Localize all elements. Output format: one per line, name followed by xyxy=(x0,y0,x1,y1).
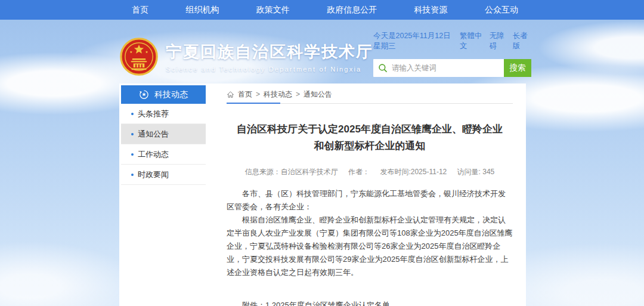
home-icon xyxy=(227,91,234,98)
article-body: 各市、县（区）科技管理部门，宁东能源化工基地管委会，银川经济技术开发区管委会，各… xyxy=(227,187,513,279)
nav-item-policy-documents[interactable]: 政策文件 xyxy=(253,5,293,16)
top-navigation-items: 首页 组织机构 政策文件 政府信息公开 科技资源 公众互动 xyxy=(128,5,522,16)
nav-item-public-interaction[interactable]: 公众互动 xyxy=(481,5,522,16)
attachment-link-1[interactable]: 1.2025年度自治区雏鹰企业认定名单 xyxy=(265,299,413,306)
link-senior-version[interactable]: 长者版 xyxy=(513,31,531,51)
search-box xyxy=(373,59,504,77)
meta-source: 信息来源：自治区科学技术厅 xyxy=(245,168,338,176)
sidebar-item-label: 时政要闻 xyxy=(138,169,169,180)
today-date-text: 今天是2025年11月12日 星期三 xyxy=(373,31,460,51)
search-bar: 搜索 xyxy=(373,59,531,77)
webpage-root: { "nav": { "items": ["首页", "组织机构", "政策文件… xyxy=(0,0,644,306)
search-button[interactable]: 搜索 xyxy=(504,59,531,77)
article-title-line2: 和创新型标杆企业的通知 xyxy=(227,138,513,154)
sidebar-title: 科技动态 xyxy=(154,89,188,100)
sidebar-item-label: 通知公告 xyxy=(138,129,169,140)
sidebar-item-work-updates[interactable]: 工作动态 xyxy=(121,144,206,165)
article-title-line1: 自治区科技厅关于认定2025年度自治区雏鹰企业、瞪羚企业 xyxy=(227,121,513,138)
sidebar-item-label: 头条推荐 xyxy=(138,109,169,119)
attachments-list: 1.2025年度自治区雏鹰企业认定名单 2.2025年度自治区瞪羚企业认定名单 … xyxy=(265,299,413,306)
meta-author: 作者： xyxy=(348,168,370,176)
quick-links: 繁體中文 无障碍 长者版 xyxy=(460,31,531,51)
sidebar-header: 科技动态 xyxy=(121,85,206,104)
top-navigation: 首页 组织机构 政策文件 政府信息公开 科技资源 公众互动 xyxy=(0,0,644,20)
breadcrumb-separator: > xyxy=(296,90,300,98)
breadcrumb-notices[interactable]: 通知公告 xyxy=(304,89,332,100)
article-meta: 信息来源：自治区科学技术厅 作者： 发布时间:2025-11-12 访问量: 3… xyxy=(227,167,513,177)
breadcrumb: 首页 > 科技动态 > 通知公告 xyxy=(227,85,513,104)
news-icon xyxy=(139,89,149,100)
article-title: 自治区科技厅关于认定2025年度自治区雏鹰企业、瞪羚企业 和创新型标杆企业的通知 xyxy=(227,121,513,154)
sidebar-item-current-affairs[interactable]: 时政要闻 xyxy=(121,165,206,185)
attachments-label: 附件： xyxy=(242,299,265,306)
article-paragraph: 根据自治区雏鹰企业、瞪羚企业和创新型标杆企业认定管理有关规定，决定认定半亩良人农… xyxy=(227,214,513,279)
meta-visit-count: 访问量: 345 xyxy=(457,168,495,176)
attachments-section: 附件： 1.2025年度自治区雏鹰企业认定名单 2.2025年度自治区瞪羚企业认… xyxy=(242,299,513,306)
breadcrumb-home[interactable]: 首页 xyxy=(238,89,252,100)
national-emblem-icon xyxy=(119,37,159,76)
sidebar-item-headlines[interactable]: 头条推荐 xyxy=(121,104,206,124)
nav-item-organization[interactable]: 组织机构 xyxy=(182,5,222,16)
sidebar: 科技动态 头条推荐 通知公告 工作动态 时政要闻 xyxy=(121,85,206,306)
site-logo-link[interactable]: 宁夏回族自治区科学技术厅 Science and Technology Depa… xyxy=(119,32,373,81)
site-subtitle: Science and Technology Department of Nin… xyxy=(166,66,373,73)
article-paragraph: 各市、县（区）科技管理部门，宁东能源化工基地管委会，银川经济技术开发区管委会，各… xyxy=(227,187,513,214)
article-panel: 首页 > 科技动态 > 通知公告 自治区科技厅关于认定2025年度自治区雏鹰企业… xyxy=(213,85,526,306)
site-brand-text: 宁夏回族自治区科学技术厅 Science and Technology Depa… xyxy=(166,41,373,73)
site-title: 宁夏回族自治区科学技术厅 xyxy=(166,41,373,63)
search-icon xyxy=(378,63,388,73)
breadcrumb-separator: > xyxy=(256,90,260,98)
content-wrapper: 科技动态 头条推荐 通知公告 工作动态 时政要闻 首页 > 科技动态 > xyxy=(119,84,526,306)
bullet-dot xyxy=(131,174,134,176)
meta-publish-date: 发布时间:2025-11-12 xyxy=(380,168,447,176)
sidebar-item-label: 工作动态 xyxy=(138,149,169,160)
search-input[interactable] xyxy=(392,64,504,72)
link-accessibility[interactable]: 无障碍 xyxy=(490,31,508,51)
nav-item-home[interactable]: 首页 xyxy=(128,5,152,16)
link-traditional-chinese[interactable]: 繁體中文 xyxy=(460,31,485,51)
nav-item-sci-tech-resources[interactable]: 科技资源 xyxy=(411,5,451,16)
sidebar-item-notices[interactable]: 通知公告 xyxy=(121,124,206,144)
bullet-dot xyxy=(131,133,134,135)
bullet-dot xyxy=(131,113,134,115)
nav-item-gov-info-disclosure[interactable]: 政府信息公开 xyxy=(323,5,380,16)
site-header: 宁夏回族自治区科学技术厅 Science and Technology Depa… xyxy=(119,30,526,81)
bullet-dot xyxy=(131,153,134,156)
breadcrumb-sci-tech-news[interactable]: 科技动态 xyxy=(264,89,292,100)
header-utilities: 今天是2025年11月12日 星期三 繁體中文 无障碍 长者版 搜索 xyxy=(373,31,531,81)
